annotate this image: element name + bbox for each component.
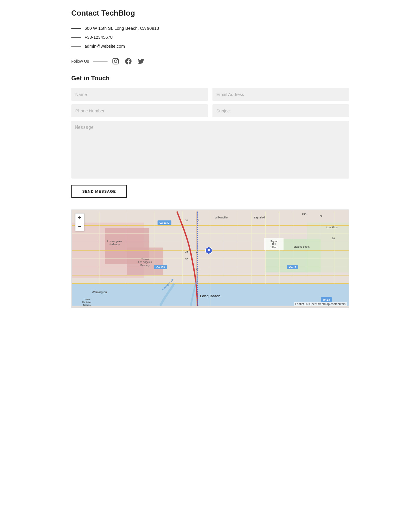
- send-button-wrapper: SEND MESSAGE: [71, 185, 349, 198]
- email-text: admin@website.com: [85, 44, 125, 49]
- svg-text:2B: 2B: [185, 250, 188, 253]
- svg-text:29A: 29A: [302, 213, 307, 216]
- phone-input[interactable]: [71, 104, 208, 117]
- svg-text:TroPac: TroPac: [83, 298, 90, 301]
- map-container[interactable]: Los Angeles Refinery Tesoro Los Angeles …: [71, 209, 349, 308]
- form-row-2: [71, 104, 349, 117]
- svg-text:Los Altos: Los Altos: [326, 226, 338, 229]
- svg-text:Hill: Hill: [272, 243, 275, 246]
- name-input[interactable]: [71, 88, 208, 101]
- svg-text:Stearns Street: Stearns Street: [293, 245, 310, 248]
- instagram-icon[interactable]: [112, 57, 120, 65]
- svg-text:Signal: Signal: [270, 240, 277, 243]
- svg-text:27: 27: [319, 215, 322, 218]
- social-icons: [112, 57, 145, 65]
- svg-text:110 m: 110 m: [270, 246, 277, 249]
- dash-icon: [71, 28, 81, 29]
- svg-text:3B: 3B: [185, 219, 188, 222]
- svg-text:CA 22: CA 22: [323, 298, 330, 301]
- zoom-out-button[interactable]: −: [75, 222, 84, 231]
- svg-text:CA 103U: CA 103U: [159, 221, 169, 224]
- form-row-1: [71, 88, 349, 101]
- page-title: Contact TechBlog: [71, 9, 349, 18]
- svg-text:Los Angeles: Los Angeles: [138, 261, 152, 264]
- address-text: 600 W 15th St, Long Beach, CA 90813: [85, 26, 159, 31]
- follow-us-label: Follow Us: [71, 59, 89, 64]
- zoom-in-button[interactable]: +: [75, 214, 84, 222]
- follow-us-divider: [93, 61, 108, 62]
- svg-point-64: [208, 249, 210, 251]
- send-button[interactable]: SEND MESSAGE: [71, 185, 127, 198]
- email-item: admin@website.com: [71, 44, 349, 49]
- dash-icon: [71, 46, 81, 47]
- message-row: [71, 121, 349, 180]
- svg-text:26: 26: [332, 237, 335, 240]
- dash-icon: [71, 37, 81, 38]
- map-zoom-controls[interactable]: + −: [75, 213, 84, 231]
- phone-text: +33-12345678: [85, 35, 113, 40]
- contact-info: 600 W 15th St, Long Beach, CA 90813 +33-…: [71, 26, 349, 49]
- phone-item: +33-12345678: [71, 35, 349, 40]
- svg-rect-11: [307, 222, 349, 272]
- svg-text:Long Beach: Long Beach: [200, 294, 220, 298]
- svg-text:Wilmington: Wilmington: [92, 290, 107, 294]
- message-textarea[interactable]: [71, 121, 349, 179]
- map-svg: Los Angeles Refinery Tesoro Los Angeles …: [72, 210, 349, 307]
- svg-text:Container: Container: [82, 301, 92, 303]
- svg-text:Refinery: Refinery: [109, 243, 120, 246]
- svg-text:Tesoro: Tesoro: [141, 258, 149, 261]
- svg-text:CA 19: CA 19: [289, 266, 296, 269]
- svg-text:Refinery: Refinery: [140, 264, 150, 267]
- email-input[interactable]: [212, 88, 349, 101]
- address-item: 600 W 15th St, Long Beach, CA 90813: [71, 26, 349, 31]
- leaflet-attribution: Leaflet | © OpenStreetMap contributors: [295, 303, 346, 306]
- svg-text:Signal Hill: Signal Hill: [254, 216, 266, 219]
- svg-text:CA 103: CA 103: [156, 266, 165, 269]
- svg-text:Terminal: Terminal: [83, 304, 91, 306]
- form-section-title: Get in Touch: [71, 75, 349, 82]
- svg-text:Willowville: Willowville: [215, 216, 227, 219]
- facebook-icon[interactable]: [124, 57, 132, 65]
- map-attribution: Leaflet | © OpenStreetMap contributors: [294, 302, 347, 306]
- subject-input[interactable]: [212, 104, 349, 117]
- svg-text:1B: 1B: [185, 258, 188, 261]
- follow-us-row: Follow Us: [71, 57, 349, 65]
- twitter-icon[interactable]: [137, 57, 145, 65]
